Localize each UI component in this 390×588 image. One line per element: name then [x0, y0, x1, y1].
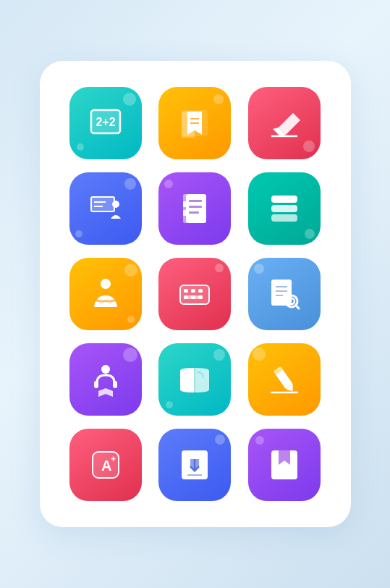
icon-row-3: [62, 258, 329, 330]
keyboard-icon-button[interactable]: [158, 258, 231, 330]
svg-text:2+2: 2+2: [96, 116, 116, 128]
icon-row-4: [62, 343, 329, 416]
eraser-icon-button[interactable]: [248, 87, 321, 159]
search-doc-icon-button[interactable]: [248, 258, 321, 330]
notebook-icon-button[interactable]: [158, 172, 231, 245]
svg-rect-15: [189, 206, 202, 208]
teacher-icon-button[interactable]: [69, 172, 142, 245]
download-book-icon: [176, 446, 213, 484]
svg-rect-14: [189, 200, 202, 202]
keyboard-icon: [176, 275, 213, 313]
saved-book-icon-button[interactable]: [248, 429, 321, 501]
icon-row-5: A +: [62, 429, 329, 501]
eraser-icon: [266, 104, 303, 142]
stacked-books-icon: [266, 190, 303, 227]
svg-rect-26: [191, 289, 195, 293]
svg-rect-16: [189, 211, 199, 214]
write-icon: [266, 361, 303, 398]
svg-rect-17: [183, 201, 186, 207]
book-bookmark-icon: [176, 104, 213, 142]
svg-rect-20: [271, 205, 297, 212]
audiobook-icon-button[interactable]: [69, 343, 142, 416]
svg-text:+: +: [111, 454, 116, 464]
stacked-books-icon-button[interactable]: [248, 172, 321, 245]
book-bookmark-icon-button[interactable]: [158, 87, 231, 159]
audiobook-icon: [87, 361, 124, 398]
svg-rect-24: [180, 285, 209, 304]
svg-rect-13: [183, 194, 187, 223]
svg-rect-41: [113, 381, 117, 388]
svg-rect-40: [94, 381, 98, 388]
reader-icon-button[interactable]: [69, 258, 142, 330]
icon-row-2: [62, 172, 329, 245]
svg-rect-21: [271, 214, 297, 222]
svg-point-22: [101, 279, 111, 289]
svg-line-38: [296, 306, 299, 308]
icon-row-1: 2+2: [62, 87, 329, 159]
math-icon: 2+2: [87, 104, 124, 142]
grade-icon-button[interactable]: A +: [69, 429, 142, 501]
download-book-icon-button[interactable]: [158, 429, 231, 501]
svg-rect-12: [186, 194, 206, 223]
svg-rect-25: [184, 289, 188, 293]
notebook-icon: [176, 190, 213, 227]
search-doc-icon: [266, 275, 303, 313]
math-icon-button[interactable]: 2+2: [69, 87, 142, 159]
svg-rect-31: [187, 295, 199, 299]
reader-icon: [87, 275, 124, 313]
svg-rect-19: [271, 196, 297, 203]
svg-rect-18: [183, 210, 186, 216]
write-icon-button[interactable]: [248, 343, 321, 416]
grade-icon: A +: [87, 446, 124, 484]
open-book-icon-button[interactable]: [158, 343, 231, 416]
svg-point-39: [101, 365, 110, 374]
open-book-icon: [176, 361, 213, 398]
icon-grid-card: 2+2: [40, 61, 351, 527]
svg-rect-8: [91, 197, 114, 211]
svg-rect-27: [198, 289, 203, 293]
svg-point-11: [112, 201, 119, 208]
teacher-icon: [87, 190, 124, 227]
saved-book-icon: [266, 446, 303, 484]
